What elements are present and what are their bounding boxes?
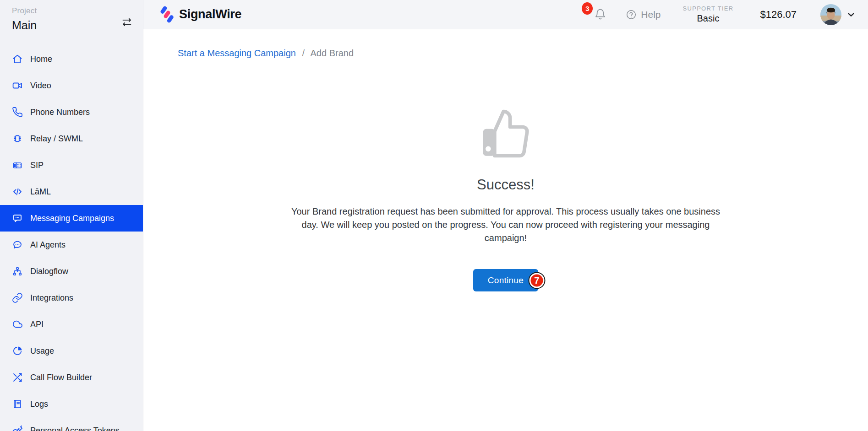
sidebar-item-sip[interactable]: SIP [0, 152, 143, 178]
sidebar-item-usage[interactable]: Usage [0, 338, 143, 364]
chip-icon [12, 133, 23, 144]
breadcrumb-separator: / [302, 48, 305, 58]
notification-count-badge: 3 [582, 2, 593, 15]
swap-project-icon[interactable] [121, 16, 133, 27]
sidebar-item-label: Phone Numbers [30, 108, 90, 117]
logs-icon [12, 399, 23, 409]
account-balance[interactable]: $126.07 [760, 9, 797, 21]
signalwire-logo[interactable]: SignalWire [159, 5, 241, 24]
code-icon [12, 186, 23, 197]
top-bar: SignalWire 3 Help SUPPORT TIER Basic $12… [143, 0, 868, 29]
sidebar-nav: Home Video Phone Numbers Relay / SWML [0, 46, 143, 431]
chevron-down-icon[interactable] [846, 10, 856, 20]
cloud-icon [12, 319, 23, 330]
link-icon [12, 292, 23, 303]
chat-bubble-icon [12, 213, 23, 224]
sidebar-item-label: Video [30, 81, 51, 91]
sidebar-item-home[interactable]: Home [0, 46, 143, 72]
thumbs-up-icon [479, 107, 532, 160]
pie-chart-icon [12, 345, 23, 356]
sidebar-item-api[interactable]: API [0, 311, 143, 338]
success-panel: Success! Your Brand registration request… [143, 107, 868, 291]
bell-icon [594, 8, 606, 21]
continue-button[interactable]: Continue [473, 269, 538, 291]
sidebar-item-video[interactable]: Video [0, 72, 143, 99]
sidebar-item-phone-numbers[interactable]: Phone Numbers [0, 99, 143, 125]
sidebar-item-logs[interactable]: Logs [0, 391, 143, 417]
sidebar-item-call-flow-builder[interactable]: Call Flow Builder [0, 364, 143, 391]
signalwire-logo-mark [159, 5, 175, 24]
desk-phone-icon [12, 160, 23, 171]
sidebar-item-label: AI Agents [30, 240, 66, 250]
sidebar-item-label: Home [30, 54, 52, 64]
video-camera-icon [12, 80, 23, 91]
app-window: Project Main Home Video [0, 0, 868, 431]
sidebar-item-personal-access-tokens[interactable]: Personal Access Tokens [0, 417, 143, 431]
help-label: Help [641, 9, 661, 20]
sidebar-item-label: LāML [30, 187, 51, 197]
sidebar-item-label: Usage [30, 346, 54, 356]
project-switcher: Project Main [0, 0, 143, 32]
sidebar-item-relay-swml[interactable]: Relay / SWML [0, 125, 143, 152]
sidebar-item-label: Dialogflow [30, 267, 68, 276]
ai-chat-icon [12, 239, 23, 250]
sidebar-item-messaging-campaigns[interactable]: Messaging Campaigns [0, 205, 143, 232]
sidebar-item-label: API [30, 320, 44, 329]
brand-name: SignalWire [179, 7, 241, 22]
sidebar-item-label: Messaging Campaigns [30, 214, 114, 223]
sidebar-item-label: Relay / SWML [30, 134, 83, 144]
phone-icon [12, 107, 23, 118]
breadcrumb-link-start-campaign[interactable]: Start a Messaging Campaign [178, 48, 296, 58]
support-tier-label: SUPPORT TIER [683, 5, 734, 12]
support-tier: SUPPORT TIER Basic [683, 5, 734, 24]
project-label: Project [12, 6, 131, 16]
help-icon [626, 9, 637, 20]
breadcrumb: Start a Messaging Campaign / Add Brand [178, 48, 868, 59]
key-icon [12, 425, 23, 431]
annotation-step-badge: 7 [529, 273, 544, 288]
sidebar-item-ai-agents[interactable]: AI Agents [0, 232, 143, 258]
sidebar-item-label: Call Flow Builder [30, 373, 92, 383]
sidebar-item-label: Logs [30, 399, 48, 409]
success-message: Your Brand registration request has been… [285, 205, 727, 245]
shuffle-icon [12, 372, 23, 383]
project-name: Main [12, 19, 131, 32]
org-chart-icon [12, 266, 23, 277]
home-icon [12, 54, 23, 65]
sidebar-item-label: SIP [30, 161, 44, 170]
sidebar-item-integrations[interactable]: Integrations [0, 285, 143, 311]
main-content: Start a Messaging Campaign / Add Brand S… [143, 29, 868, 431]
sidebar-item-laml[interactable]: LāML [0, 178, 143, 205]
avatar[interactable] [820, 4, 841, 25]
support-tier-value: Basic [683, 13, 734, 24]
sidebar: Project Main Home Video [0, 0, 143, 431]
sidebar-item-label: Integrations [30, 293, 73, 303]
success-title: Success! [143, 177, 868, 193]
breadcrumb-current: Add Brand [311, 48, 354, 58]
help-button[interactable]: Help [626, 9, 661, 20]
notifications-button[interactable]: 3 [594, 8, 606, 21]
sidebar-item-label: Personal Access Tokens [30, 426, 120, 431]
sidebar-item-dialogflow[interactable]: Dialogflow [0, 258, 143, 285]
